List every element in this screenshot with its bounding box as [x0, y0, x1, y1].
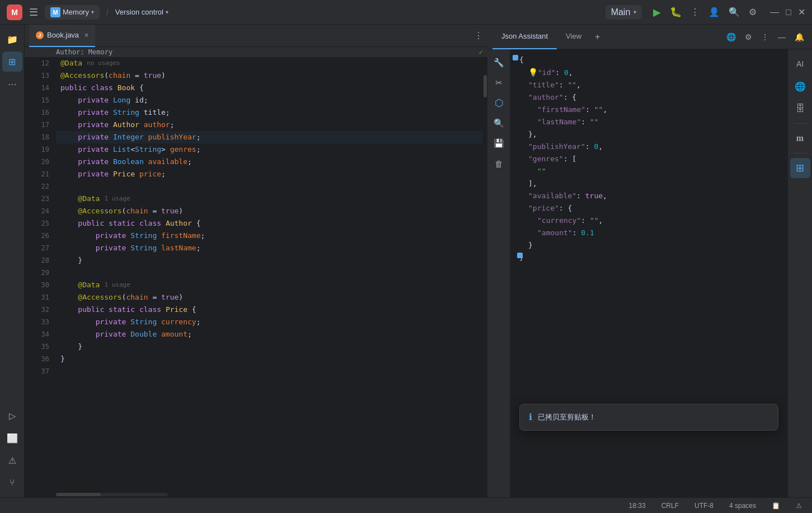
code-line-31: @Accessors(chain = true)	[56, 291, 483, 304]
right-header-btn-3[interactable]: ⋮	[758, 30, 772, 44]
rt-btn-cut[interactable]: ✂	[490, 74, 508, 92]
tab-close-button[interactable]: ×	[85, 31, 88, 39]
sidebar-icon-git[interactable]: ⑂	[2, 473, 22, 493]
run-config-name: Main	[611, 7, 631, 17]
fr-icon-layout[interactable]: ⊞	[790, 158, 810, 178]
debug-button[interactable]: 🐛	[668, 4, 684, 20]
json-content[interactable]: { 💡"id": 0, "title": "", "author": { "fi…	[510, 49, 787, 497]
run-config-selector[interactable]: Main ▾	[606, 5, 642, 20]
code-line-26: private String firstName;	[56, 230, 483, 242]
tab-json-assistant[interactable]: Json Assistant	[492, 25, 557, 49]
project-selector[interactable]: M Memory ▾	[45, 5, 100, 20]
sidebar-icon-problems[interactable]: ⚠	[2, 450, 22, 470]
right-content-area: 🔧 ✂ ⬡ 🔍 💾 🗑 { 💡"id": 0, "title": "", "au…	[488, 49, 812, 497]
rt-btn-search[interactable]: 🔍	[490, 114, 508, 132]
json-line-publishyear: "publishYear": 0,	[528, 141, 778, 153]
json-line-open-brace: {	[519, 54, 778, 66]
tab-filename: Book.java	[47, 31, 79, 39]
json-line-price: "price": {	[528, 202, 778, 214]
tab-book-java[interactable]: J Book.java ×	[29, 25, 95, 47]
json-line-genres-item: ""	[537, 165, 778, 178]
fr-separator-2	[794, 153, 807, 153]
profile-button[interactable]: 👤	[706, 4, 722, 20]
right-header-btn-minimize[interactable]: —	[775, 30, 789, 44]
code-editor: 1213141516 1718192021 2223242526 2728293…	[25, 57, 487, 492]
code-line-20: private Boolean available;	[56, 156, 483, 168]
run-button[interactable]: ▶	[651, 4, 663, 21]
app-logo: M	[7, 4, 22, 20]
fr-icon-letter-m[interactable]: m	[790, 128, 810, 148]
right-header-btn-2[interactable]: ⚙	[741, 30, 755, 44]
json-line-genres-close: ],	[528, 178, 778, 190]
rt-btn-delete[interactable]: 🗑	[490, 155, 508, 172]
json-line-price-close: }	[528, 239, 778, 251]
status-warn-icon[interactable]: ⚠	[792, 501, 805, 511]
code-line-34: private Double amount;	[56, 328, 483, 341]
minimize-button[interactable]: —	[770, 7, 779, 17]
code-line-36: }	[56, 353, 483, 365]
status-crlf[interactable]: CRLF	[658, 501, 682, 511]
json-line-lastname: "lastName": ""	[537, 116, 778, 128]
search-button[interactable]: 🔍	[726, 4, 742, 20]
toast-message: 已拷贝至剪贴板！	[538, 411, 596, 423]
sidebar-icon-run[interactable]: ▷	[2, 405, 22, 426]
editor-scrollbar[interactable]	[483, 57, 487, 492]
status-bar: 18:33 CRLF UTF-8 4 spaces 📋 ⚠	[0, 497, 812, 513]
code-line-14: public class Book {	[56, 82, 483, 94]
code-line-24: @Accessors(chain = true)	[56, 205, 483, 217]
sidebar-icon-structure[interactable]: ⊞	[2, 52, 22, 72]
right-header-btn-1[interactable]: 🌐	[723, 30, 739, 44]
editor-area: J Book.java × ⋮ Author: Memory ✓ 1213141…	[25, 25, 487, 497]
right-panel: Json Assistant View + 🌐 ⚙ ⋮ — 🔔 🔧 ✂ ⬡ 🔍 …	[487, 25, 812, 497]
more-button[interactable]: ⋮	[688, 4, 702, 20]
vcs-selector[interactable]: Version control ▾	[115, 8, 168, 16]
status-time: 18:33	[626, 501, 649, 511]
status-encoding[interactable]: UTF-8	[691, 501, 717, 511]
json-line-amount: "amount": 0.1	[537, 227, 778, 239]
code-line-37	[56, 365, 483, 377]
json-line-available: "available": true,	[528, 190, 778, 202]
menu-icon[interactable]: ☰	[27, 4, 40, 21]
code-line-21: private Price price;	[56, 168, 483, 180]
right-toolbar: 🔧 ✂ ⬡ 🔍 💾 🗑	[488, 49, 510, 497]
rt-btn-circle[interactable]: ⬡	[490, 94, 508, 112]
sidebar-icon-more[interactable]: ⋯	[2, 74, 22, 94]
horizontal-scrollbar[interactable]	[25, 492, 487, 497]
tab-view[interactable]: View	[557, 25, 590, 49]
status-copy-icon[interactable]: 📋	[768, 501, 783, 511]
sidebar-icon-terminal[interactable]: ⬜	[2, 428, 22, 448]
code-line-19: private List<String> genres;	[56, 143, 483, 156]
close-button[interactable]: ✕	[798, 7, 805, 17]
code-line-23: @Data1 usage	[56, 193, 483, 205]
right-header-btn-bell[interactable]: 🔔	[791, 30, 808, 44]
json-line-currency: "currency": "",	[537, 214, 778, 227]
code-line-15: private Long id;	[56, 94, 483, 106]
code-line-12: @Datano usages	[56, 57, 483, 69]
project-icon: M	[50, 7, 60, 17]
code-line-16: private String title;	[56, 106, 483, 119]
run-config-chevron: ▾	[633, 9, 636, 15]
fr-icon-db[interactable]: 🗄	[790, 99, 810, 119]
author-bar: Author: Memory ✓	[25, 47, 487, 57]
tab-add-button[interactable]: +	[590, 32, 604, 42]
rt-btn-magic[interactable]: 🔧	[490, 54, 508, 72]
json-line-author-close: },	[528, 128, 778, 141]
vcs-chevron: ▾	[166, 9, 168, 15]
toast-icon: ℹ	[529, 411, 532, 423]
code-content[interactable]: @Datano usages @Accessors(chain = true) …	[56, 57, 483, 492]
status-indent[interactable]: 4 spaces	[726, 501, 759, 511]
author-text: Author: Memory	[56, 48, 112, 56]
json-line-author: "author": {	[528, 91, 778, 104]
fr-separator	[794, 123, 807, 124]
code-line-22	[56, 180, 483, 193]
json-line-title: "title": "",	[528, 79, 778, 91]
author-check: ✓	[479, 48, 483, 56]
tab-more-button[interactable]: ⋮	[474, 30, 483, 41]
fr-icon-ai[interactable]: AI	[790, 54, 810, 74]
rt-btn-save[interactable]: 💾	[490, 134, 508, 152]
maximize-button[interactable]: □	[786, 7, 791, 17]
sidebar-icon-folder[interactable]: 📁	[2, 29, 22, 49]
code-line-35: }	[56, 341, 483, 353]
settings-button[interactable]: ⚙	[747, 4, 759, 20]
fr-icon-network[interactable]: 🌐	[790, 76, 810, 96]
